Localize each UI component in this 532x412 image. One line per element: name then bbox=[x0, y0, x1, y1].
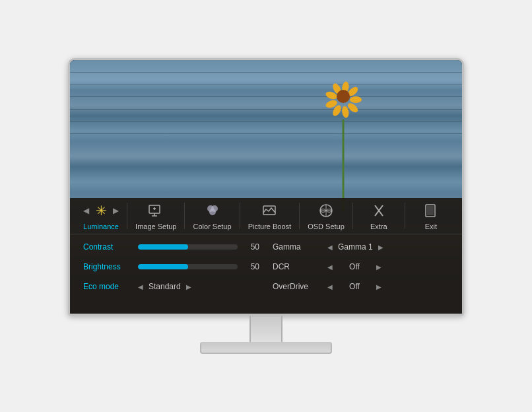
brightness-bar bbox=[138, 264, 188, 269]
osd-nav-bar: ◀ ✳ ▶ Luminance bbox=[70, 198, 462, 234]
dcr-label: DCR bbox=[273, 262, 322, 271]
osd-overlay: ◀ ✳ ▶ Luminance bbox=[70, 198, 462, 314]
nav-divider-6 bbox=[405, 203, 405, 229]
exit-label: Exit bbox=[425, 223, 437, 230]
overdrive-right-arrow[interactable]: ▶ bbox=[376, 283, 382, 291]
color-setup-icon bbox=[203, 201, 222, 220]
overdrive-value: Off bbox=[338, 282, 371, 291]
osd-left-column: Contrast 50 Brightness 50 bbox=[83, 240, 259, 308]
dcr-right-arrow[interactable]: ▶ bbox=[376, 263, 382, 271]
contrast-label: Contrast bbox=[83, 242, 133, 252]
nav-divider-5 bbox=[352, 203, 353, 229]
brightness-label: Brightness bbox=[83, 262, 133, 271]
contrast-bar-container bbox=[138, 244, 238, 250]
overdrive-left-arrow[interactable]: ◀ bbox=[327, 283, 333, 291]
nav-item-exit[interactable]: Exit bbox=[408, 199, 454, 233]
eco-mode-label: Eco mode bbox=[83, 282, 133, 291]
image-setup-label: Image Setup bbox=[135, 223, 176, 230]
overdrive-row: OverDrive ◀ Off ▶ bbox=[273, 279, 449, 294]
image-setup-icon bbox=[147, 201, 165, 220]
monitor-wrapper: ◀ ✳ ▶ Luminance bbox=[68, 58, 464, 354]
contrast-row: Contrast 50 bbox=[83, 240, 259, 254]
overdrive-label: OverDrive bbox=[273, 282, 322, 291]
gamma-label: Gamma bbox=[273, 242, 322, 252]
contrast-value: 50 bbox=[243, 242, 259, 252]
nav-divider-4 bbox=[299, 203, 300, 229]
color-setup-label: Color Setup bbox=[193, 223, 232, 230]
nav-left-arrow[interactable]: ◀ bbox=[83, 206, 89, 215]
plank-texture bbox=[70, 60, 462, 212]
nav-divider-2 bbox=[184, 203, 185, 229]
extra-icon bbox=[370, 201, 388, 220]
osd-setup-icon bbox=[317, 201, 335, 220]
nav-item-extra[interactable]: Extra bbox=[356, 199, 402, 233]
osd-content-area: Contrast 50 Brightness 50 bbox=[70, 234, 462, 314]
nav-item-luminance[interactable]: ◀ ✳ ▶ Luminance bbox=[78, 199, 124, 233]
gamma-row: Gamma ◀ Gamma 1 ▶ bbox=[273, 240, 449, 254]
eco-mode-right-arrow[interactable]: ▶ bbox=[186, 283, 191, 291]
luminance-label: Luminance bbox=[83, 223, 119, 230]
svg-rect-15 bbox=[427, 206, 434, 215]
flower-decoration bbox=[317, 80, 370, 212]
nav-item-picture-boost[interactable]: Picture Boost bbox=[243, 199, 296, 233]
flower-center bbox=[337, 90, 350, 103]
nav-right-arrow[interactable]: ▶ bbox=[113, 206, 119, 215]
monitor-neck bbox=[249, 316, 283, 342]
svg-point-7 bbox=[209, 209, 216, 215]
picture-boost-icon bbox=[260, 201, 279, 220]
nav-divider-3 bbox=[240, 203, 240, 229]
dcr-row: DCR ◀ Off ▶ bbox=[273, 259, 449, 274]
eco-mode-value: Standard bbox=[149, 282, 181, 291]
contrast-bar bbox=[138, 244, 188, 250]
brightness-value: 50 bbox=[243, 262, 259, 271]
picture-boost-label: Picture Boost bbox=[248, 223, 291, 230]
gamma-value: Gamma 1 bbox=[338, 242, 373, 252]
dcr-left-arrow[interactable]: ◀ bbox=[327, 263, 333, 271]
luminance-icon: ✳ bbox=[92, 201, 110, 220]
monitor-frame: ◀ ✳ ▶ Luminance bbox=[68, 58, 464, 316]
extra-label: Extra bbox=[370, 223, 387, 230]
brightness-row: Brightness 50 bbox=[83, 259, 259, 274]
gamma-right-arrow[interactable]: ▶ bbox=[378, 244, 383, 251]
nav-item-osd-setup[interactable]: OSD Setup bbox=[302, 199, 350, 233]
monitor-base bbox=[200, 342, 332, 354]
brightness-bar-container bbox=[138, 264, 238, 269]
osd-right-column: Gamma ◀ Gamma 1 ▶ DCR ◀ Off ▶ OverDriv bbox=[273, 240, 449, 308]
eco-mode-row: Eco mode ◀ Standard ▶ bbox=[83, 279, 259, 294]
nav-item-image-setup[interactable]: Image Setup bbox=[130, 199, 182, 233]
exit-icon bbox=[422, 201, 440, 220]
gamma-left-arrow[interactable]: ◀ bbox=[327, 244, 333, 251]
nav-item-color-setup[interactable]: Color Setup bbox=[188, 199, 237, 233]
flower-head bbox=[327, 80, 360, 113]
nav-divider-1 bbox=[127, 203, 127, 229]
dcr-value: Off bbox=[338, 262, 371, 271]
osd-setup-label: OSD Setup bbox=[308, 223, 345, 230]
eco-mode-left-arrow[interactable]: ◀ bbox=[138, 283, 143, 291]
